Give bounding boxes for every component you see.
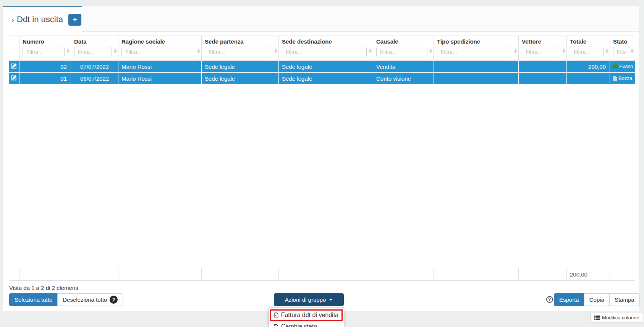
cell-data: 06/07/2022 (71, 73, 118, 85)
cell-vettore (519, 73, 567, 85)
column-label: Sede destinazione (279, 36, 373, 45)
cell-numero: 01 (19, 73, 71, 85)
cell-totale (567, 73, 610, 85)
cell-tipo-spedizione (434, 73, 519, 85)
sort-arrows-icon[interactable] (429, 49, 432, 53)
filter-input-ragione-sociale[interactable] (121, 47, 195, 57)
column-header-totale[interactable]: Totale (567, 36, 610, 61)
draft-icon (613, 76, 617, 81)
sort-arrows-icon[interactable] (114, 49, 117, 53)
column-label: Numero (19, 36, 71, 45)
group-actions-label: Azioni di gruppo (285, 296, 326, 303)
column-header-tipo-spedizione[interactable]: Tipo spedizione (434, 36, 519, 61)
sort-arrows-icon[interactable] (369, 49, 372, 53)
table-row[interactable]: 01 06/07/2022 Mario Rossi Sede legale Se… (9, 73, 635, 85)
cell-stato: Bozza (610, 73, 635, 85)
file-code-icon (274, 312, 278, 318)
deselect-all-label: Deseleziona tutto (63, 296, 107, 303)
sort-arrows-icon[interactable] (605, 49, 608, 53)
filter-input-causale[interactable] (376, 47, 427, 57)
edit-row-icon[interactable] (9, 61, 19, 73)
filter-input-vettore[interactable] (522, 47, 560, 57)
selected-count-badge: 2 (110, 296, 118, 304)
column-label: Sede partenza (202, 36, 278, 45)
sort-arrows-icon[interactable] (66, 49, 70, 53)
column-header-vettore[interactable]: Vettore (519, 36, 567, 61)
status-badge: Evaso (619, 63, 633, 69)
page: › Ddt in uscita + Numero (0, 0, 644, 327)
sort-arrows-icon[interactable] (631, 49, 634, 53)
add-ddt-button[interactable]: + (68, 14, 81, 26)
menu-item-label: Cambia stato (281, 323, 317, 327)
cell-vettore (519, 61, 567, 73)
cell-sede-destinazione: Sede legale (279, 73, 373, 85)
cell-sede-partenza: Sede legale (202, 61, 279, 73)
cell-causale: Vendita (373, 61, 434, 73)
column-header-stato[interactable]: Stato (610, 36, 635, 61)
cell-stato: Evaso (610, 61, 635, 73)
edit-columns-label: Modifica colonne (602, 315, 639, 320)
cell-tipo-spedizione (434, 61, 519, 73)
deselect-all-button[interactable]: Deseleziona tutto 2 (57, 293, 123, 306)
column-header-sede-partenza[interactable]: Sede partenza (202, 36, 279, 61)
filter-input-stato[interactable] (613, 47, 630, 57)
column-label: Vettore (519, 36, 566, 45)
sort-arrows-icon[interactable] (562, 49, 565, 53)
cell-numero: 02 (19, 61, 71, 73)
header-row: Numero Data Ragione sociale (9, 36, 635, 61)
column-header-numero[interactable]: Numero (19, 36, 71, 61)
select-all-button[interactable]: Seleziona tutto (9, 293, 58, 306)
tab-ddt-in-uscita[interactable]: › Ddt in uscita + (3, 6, 82, 32)
tab-strip: › Ddt in uscita + (3, 6, 639, 32)
copy-button[interactable]: Copia (584, 293, 610, 306)
sort-arrows-icon[interactable] (514, 49, 517, 53)
column-label: Totale (567, 36, 610, 45)
page-title: Ddt in uscita (17, 15, 63, 24)
column-label: Causale (373, 36, 434, 45)
results-summary: Vista da 1 a 2 di 2 elementi (9, 285, 78, 291)
table-list-icon (594, 316, 600, 320)
filter-input-totale[interactable] (570, 47, 604, 57)
cell-ragione-sociale: Mario Rossi (118, 73, 202, 85)
menu-item-fattura-ddt[interactable]: Fattura ddt di vendita (270, 309, 343, 321)
column-header-sede-destinazione[interactable]: Sede destinazione (279, 36, 373, 61)
selection-button-group: Seleziona tutto Deseleziona tutto 2 (9, 293, 123, 306)
ddt-table: Numero Data Ragione sociale (9, 36, 635, 85)
cell-ragione-sociale: Mario Rossi (118, 61, 202, 73)
column-label: Stato (610, 36, 635, 45)
cell-sede-destinazione: Sede legale (279, 61, 373, 73)
edit-row-icon[interactable] (9, 73, 19, 85)
menu-item-cambia-stato[interactable]: Cambia stato (269, 322, 344, 327)
sort-arrows-icon[interactable] (197, 49, 200, 53)
edit-columns-button[interactable]: Modifica colonne (591, 313, 643, 322)
header-edit-column (9, 36, 19, 61)
help-icon[interactable]: ? (546, 296, 553, 303)
refresh-icon (273, 324, 278, 327)
export-button[interactable]: Esporta (554, 293, 584, 306)
filter-input-tipo-spedizione[interactable] (437, 47, 512, 57)
menu-item-label: Fattura ddt di vendita (281, 312, 338, 319)
table-footer-row: 200,00 (9, 268, 635, 281)
cell-data: 07/07/2022 (71, 61, 118, 73)
column-header-causale[interactable]: Causale (373, 36, 434, 61)
sort-arrows-icon[interactable] (274, 49, 277, 53)
filter-input-sede-partenza[interactable] (205, 47, 272, 57)
export-button-group: Esporta Copia Stampa (554, 293, 640, 306)
filter-input-numero[interactable] (23, 47, 65, 57)
filter-input-sede-destinazione[interactable] (282, 47, 367, 57)
group-actions-menu: Fattura ddt di vendita Cambia stato (269, 307, 344, 327)
cell-totale: 200,00 (567, 61, 610, 73)
column-header-ragione-sociale[interactable]: Ragione sociale (118, 36, 202, 61)
footer-row: 200,00 (9, 268, 635, 281)
cell-causale: Conto visione (373, 73, 434, 85)
print-button[interactable]: Stampa (609, 293, 640, 306)
filter-input-data[interactable] (74, 47, 112, 57)
column-label: Tipo spedizione (434, 36, 518, 45)
status-badge: Bozza (618, 75, 632, 81)
column-label: Ragione sociale (118, 36, 201, 45)
truck-icon (612, 64, 618, 68)
column-header-data[interactable]: Data (71, 36, 118, 61)
cell-sede-partenza: Sede legale (202, 73, 279, 85)
group-actions-button[interactable]: Azioni di gruppo (274, 293, 344, 306)
table-row[interactable]: 02 07/07/2022 Mario Rossi Sede legale Se… (9, 61, 635, 73)
